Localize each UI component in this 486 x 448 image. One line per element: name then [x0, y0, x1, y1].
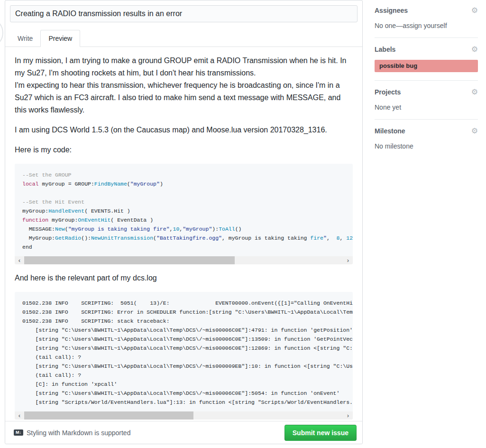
code-line: local myGroup = GROUP:FindByName("myGrou…: [22, 179, 345, 188]
gear-icon[interactable]: ⚙: [471, 127, 478, 135]
lua-code-content: --Set the GROUPlocal myGroup = GROUP:Fin…: [15, 164, 353, 256]
log-line: [string "C:\Users\BWHITL~1\AppData\Local…: [22, 335, 345, 344]
projects-value: None yet: [375, 103, 478, 111]
issue-body-paragraph-1: In my mission, I am trying to make a gro…: [15, 55, 353, 116]
code-line: [22, 188, 345, 197]
log-code-content: 01502.238 INFO SCRIPTING: 5051( 13)/E: E…: [15, 292, 353, 411]
markdown-support-note[interactable]: M↓ Styling with Markdown is supported: [14, 429, 130, 437]
lua-code-block: --Set the GROUPlocal myGroup = GROUP:Fin…: [15, 164, 353, 264]
log-line: 01502.238 INFO SCRIPTING: Error in SCHED…: [22, 308, 345, 317]
code-line: end: [22, 243, 345, 252]
tab-preview[interactable]: Preview: [40, 30, 80, 47]
avatar: [0, 18, 3, 48]
issue-sidebar: Assignees ⚙ No one—assign yourself Label…: [375, 7, 478, 150]
scroll-right-icon[interactable]: ›: [343, 256, 353, 264]
assignees-heading[interactable]: Assignees: [375, 7, 408, 14]
log-code-block: 01502.238 INFO SCRIPTING: 5051( 13)/E: E…: [15, 292, 353, 420]
sidebar-section-labels: Labels ⚙ possible bug: [375, 46, 478, 72]
log-line: (tail call): ?: [22, 353, 345, 362]
log-line: 01502.238 INFO SCRIPTING: 5051( 13)/E: E…: [22, 299, 345, 308]
log-line: [string "C:\Users\BWHITL~1\AppData\Local…: [22, 344, 345, 353]
assignees-value[interactable]: No one—assign yourself: [375, 22, 478, 29]
log-line: [string "Scripts/World/EventHandlers.lua…: [22, 398, 345, 407]
code-line: --Set the GROUP: [22, 170, 345, 179]
labels-heading[interactable]: Labels: [375, 46, 395, 53]
scroll-right-icon[interactable]: ›: [343, 411, 353, 420]
scrollbar-thumb[interactable]: [24, 256, 235, 264]
log-line: (tail call): ?: [22, 371, 345, 380]
tab-write[interactable]: Write: [10, 30, 40, 47]
new-issue-page: Write Preview In my mission, I am trying…: [0, 0, 486, 448]
code-line: myGroup:HandleEvent( EVENTS.Hit ): [22, 206, 345, 215]
scrollbar-thumb[interactable]: [24, 411, 193, 420]
log-line: [string "C:\Users\BWHITL~1\AppData\Local…: [22, 362, 345, 371]
projects-heading[interactable]: Projects: [375, 88, 401, 96]
sidebar-section-projects: Projects ⚙ None yet: [375, 88, 478, 111]
log-line: [string "C:\Users\BWHITL~1\AppData\Local…: [22, 326, 345, 335]
sidebar-section-milestone: Milestone ⚙ No milestone: [375, 127, 478, 150]
sidebar-divider: [375, 80, 478, 81]
scroll-left-icon[interactable]: ‹: [15, 256, 24, 264]
issue-body-paragraph-4: And here is the relevant part of my dcs.…: [15, 272, 353, 284]
milestone-value: No milestone: [375, 142, 478, 150]
markdown-note-text: Styling with Markdown is supported: [27, 429, 130, 437]
issue-title-input[interactable]: [10, 5, 358, 22]
scroll-left-icon[interactable]: ‹: [15, 411, 24, 420]
code-line: --Set the Hit Event: [22, 197, 345, 206]
submit-new-issue-button[interactable]: Submit new issue: [284, 425, 357, 441]
sidebar-divider: [375, 37, 478, 38]
preview-pane: In my mission, I am trying to make a gro…: [5, 47, 362, 420]
scrollbar-track[interactable]: [24, 256, 343, 264]
issue-body-paragraph-2: I am using DCS World 1.5.3 (on the Cauca…: [15, 124, 353, 136]
write-preview-tabs: Write Preview: [5, 27, 362, 47]
gear-icon[interactable]: ⚙: [471, 88, 478, 96]
log-code-horizontal-scrollbar[interactable]: ‹ ›: [15, 411, 353, 420]
code-line: MESSAGE:New("myGroup is taking taking fi…: [22, 224, 345, 233]
log-line: [C]: in function 'xpcall': [22, 380, 345, 389]
sidebar-section-assignees: Assignees ⚙ No one—assign yourself: [375, 7, 478, 29]
label-chip[interactable]: possible bug: [375, 60, 478, 72]
lua-code-horizontal-scrollbar[interactable]: ‹ ›: [15, 256, 353, 264]
log-line: 01502.238 INFO SCRIPTING: stack tracebac…: [22, 317, 345, 326]
sidebar-divider: [375, 119, 478, 120]
milestone-heading[interactable]: Milestone: [375, 127, 405, 135]
scrollbar-track[interactable]: [24, 411, 343, 420]
code-line: function myGroup:OnEventHit( EventData ): [22, 215, 345, 224]
markdown-icon: M↓: [14, 429, 23, 436]
code-line: MyGroup:GetRadio():NewUnitTransmission("…: [22, 233, 345, 243]
form-footer: M↓ Styling with Markdown is supported Su…: [5, 421, 362, 444]
gear-icon[interactable]: ⚙: [471, 46, 478, 53]
log-line: [string "C:\Users\BWHITL~1\AppData\Local…: [22, 389, 345, 398]
issue-form-container: Write Preview In my mission, I am trying…: [5, 0, 363, 444]
gear-icon[interactable]: ⚙: [471, 7, 478, 14]
issue-body-paragraph-3: Here is my code:: [15, 144, 353, 156]
